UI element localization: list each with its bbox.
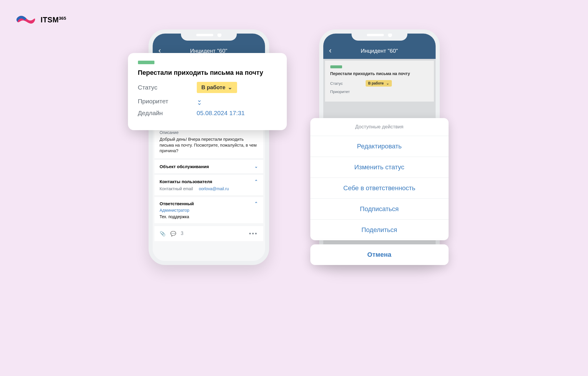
chevron-down-icon: ⌄ [228,84,232,91]
ticket-title: Перестали приходить письма на почту [138,69,277,77]
brand-logo: ITSM365 [15,13,66,26]
contact-email-label: Контактный email [160,186,193,191]
action-subscribe[interactable]: Подписаться [310,199,449,220]
status-pill-icon [138,61,154,64]
status-pill-icon [330,65,342,68]
logo-text: ITSM365 [41,16,66,24]
status-label: Статус [330,81,366,86]
section-responsible[interactable]: Ответственный ⌃ Администратор Тех. подде… [154,197,263,223]
ticket-title: Перестали приходить письма на почту [330,71,429,76]
priority-label: Приоритет [330,90,366,94]
nav-title: Инцидент "60" [323,48,436,54]
status-badge[interactable]: В работе ⌄ [197,82,237,93]
action-sheet: Доступные действия Редактировать Изменит… [310,118,449,265]
section-object-label: Объект обслуживания [160,164,209,169]
logo-icon [15,13,38,26]
comments-count: 3 [181,231,184,236]
section-object[interactable]: Объект обслуживания ⌄ [154,160,263,173]
cancel-button[interactable]: Отмена [310,244,449,265]
action-take-responsibility[interactable]: Себе в ответственность [310,178,449,199]
priority-label: Приоритет [138,98,197,105]
deadline-value: 05.08.2024 17:31 [197,110,277,117]
status-label: Статус [138,84,197,91]
deadline-label: Дедлайн [138,110,197,117]
ticket-card-dimmed: Перестали приходить письма на почту Стат… [325,61,434,102]
highlight-card: Перестали приходить письма на почту Стат… [128,53,287,130]
status-value: В работе [368,81,384,85]
priority-icon: ⌄⌄ [197,98,277,105]
responsible-link[interactable]: Администратор [160,208,189,213]
card-footer: 📎 💬 3 ••• [154,226,263,241]
chevron-down-icon: ⌄ [386,81,389,85]
action-change-status[interactable]: Изменить статус [310,157,449,178]
phone-notch [181,29,237,41]
action-edit[interactable]: Редактировать [310,136,449,157]
chevron-up-icon: ⌃ [254,179,258,183]
description-text: Добрый день! Вчера перестали приходить п… [160,137,258,154]
action-share[interactable]: Поделиться [310,220,449,240]
section-responsible-label: Ответственный [160,201,194,206]
chevron-up-icon: ⌃ [254,201,258,206]
status-value: В работе [201,84,226,91]
comment-icon[interactable]: 💬 [170,231,176,236]
phone-notch [352,29,407,41]
paperclip-icon[interactable]: 📎 [160,231,166,236]
description-label: Описание [160,130,258,135]
section-contacts[interactable]: Контакты пользователя ⌃ Контактный email… [154,175,263,195]
more-icon[interactable]: ••• [249,230,258,237]
sheet-header: Доступные действия [310,118,449,136]
responsible-team: Тех. поддержка [160,214,258,219]
status-badge[interactable]: В работе ⌄ [366,80,392,87]
section-contacts-label: Контакты пользователя [160,179,212,184]
contact-email-value[interactable]: oorlova@mail.ru [199,186,229,191]
chevron-down-icon: ⌄ [254,164,258,168]
